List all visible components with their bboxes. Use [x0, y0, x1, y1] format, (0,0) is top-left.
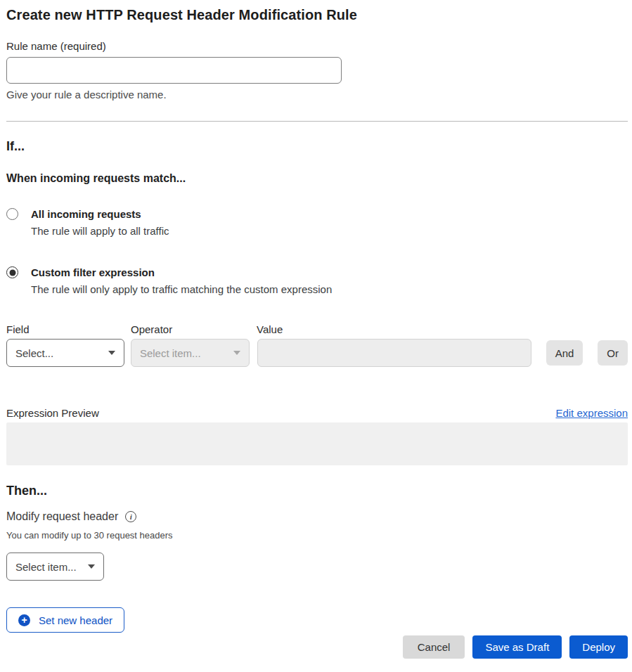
save-as-draft-button[interactable]: Save as Draft	[472, 635, 562, 659]
radio-option-texts: Custom filter expression The rule will o…	[31, 266, 332, 297]
chevron-down-icon	[108, 351, 115, 355]
rule-name-helper: Give your rule a descriptive name.	[6, 88, 628, 102]
set-new-header-label: Set new header	[39, 614, 112, 626]
radio-option-label: Custom filter expression	[31, 266, 332, 280]
expression-preview-label: Expression Preview	[6, 407, 99, 419]
value-input	[257, 339, 531, 367]
header-action-select[interactable]: Select item...	[6, 553, 104, 581]
create-rule-page: Create new HTTP Request Header Modificat…	[0, 0, 632, 672]
filter-labels-row: Field Operator Value	[6, 323, 628, 335]
match-radio-group: All incoming requests The rule will appl…	[6, 207, 628, 297]
operator-select-value: Select item...	[140, 347, 201, 359]
operator-select: Select item...	[131, 339, 250, 367]
filter-controls-row: Select... Select item... And Or	[6, 339, 628, 367]
chevron-down-icon	[88, 564, 95, 569]
expression-header-row: Expression Preview Edit expression	[6, 407, 628, 419]
section-divider	[6, 121, 628, 122]
and-button[interactable]: And	[546, 340, 583, 366]
edit-expression-link[interactable]: Edit expression	[555, 407, 628, 419]
radio-option-description: The rule will only apply to traffic matc…	[31, 283, 332, 297]
radio-option-custom-filter[interactable]: Custom filter expression The rule will o…	[6, 266, 628, 297]
radio-option-texts: All incoming requests The rule will appl…	[31, 207, 169, 238]
set-new-header-button[interactable]: Set new header	[6, 607, 124, 633]
radio-option-description: The rule will apply to all traffic	[31, 224, 169, 238]
field-select[interactable]: Select...	[6, 339, 124, 367]
operator-label: Operator	[131, 323, 257, 335]
modify-header-helper: You can modify up to 30 request headers	[6, 530, 628, 541]
value-label: Value	[257, 323, 531, 335]
header-action-select-value: Select item...	[15, 561, 77, 573]
field-label: Field	[6, 323, 131, 335]
then-heading: Then...	[6, 482, 628, 499]
footer-actions: Cancel Save as Draft Deploy	[6, 635, 628, 659]
cancel-button[interactable]: Cancel	[403, 635, 465, 659]
plus-circle-icon	[18, 614, 30, 626]
field-select-value: Select...	[15, 347, 53, 359]
radio-option-label: All incoming requests	[31, 207, 169, 221]
deploy-button[interactable]: Deploy	[569, 635, 628, 659]
modify-request-header-label: Modify request header	[6, 509, 118, 524]
or-button[interactable]: Or	[598, 340, 628, 366]
rule-name-input[interactable]	[6, 57, 342, 84]
match-subheading: When incoming requests match...	[6, 171, 628, 186]
radio-unselected-icon[interactable]	[6, 208, 18, 220]
rule-name-label: Rule name (required)	[6, 39, 628, 53]
modify-header-row: Modify request header	[6, 509, 628, 524]
page-title: Create new HTTP Request Header Modificat…	[6, 6, 628, 25]
radio-selected-icon[interactable]	[6, 266, 18, 278]
if-heading: If...	[6, 138, 628, 155]
chevron-down-icon	[233, 351, 240, 355]
expression-preview-box	[6, 422, 628, 465]
info-icon[interactable]	[125, 511, 136, 522]
radio-option-all-incoming[interactable]: All incoming requests The rule will appl…	[6, 207, 628, 238]
